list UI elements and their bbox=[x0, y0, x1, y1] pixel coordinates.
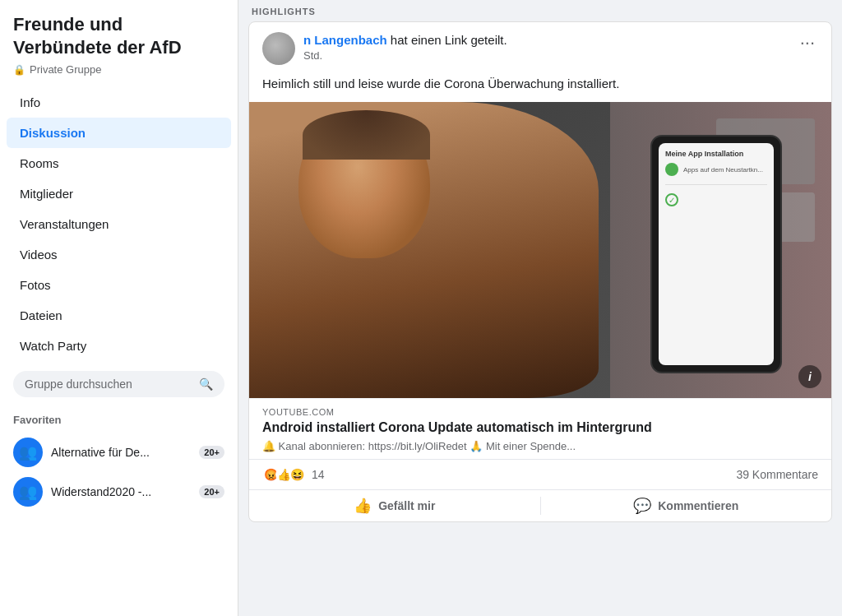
phone-screen-title: Meine App Installation bbox=[665, 150, 767, 158]
action-buttons: 👍 Gefällt mir 💬 Kommentieren bbox=[249, 489, 831, 521]
post-text: Heimlich still und leise wurde die Coron… bbox=[249, 72, 831, 102]
group-privacy: 🔒 Private Gruppe bbox=[0, 62, 238, 87]
favorite-badge-1: 20+ bbox=[199, 446, 224, 459]
sidebar-item-diskussion[interactable]: Diskussion bbox=[7, 118, 231, 148]
like-icon: 👍 bbox=[354, 497, 372, 515]
author-action: hat einen Link geteilt. bbox=[391, 33, 507, 47]
favorite-group-icon-2: 👥 bbox=[13, 477, 43, 507]
group-title: Freunde und Verbündete der AfD bbox=[0, 0, 238, 62]
link-preview: YOUTUBE.COM Android installiert Corona U… bbox=[249, 398, 831, 459]
favorites-section: Favoriten 👥 Alternative für De... 20+ 👥 … bbox=[0, 407, 238, 515]
post-image: Meine App Installation Apps auf dem Neus… bbox=[249, 102, 831, 398]
post-author: n Langenbach hat einen Link geteilt. bbox=[303, 32, 789, 49]
favorites-label: Favoriten bbox=[13, 414, 224, 426]
highlights-label: HIGHLIGHTS bbox=[238, 0, 842, 21]
favorite-label-1: Alternative für De... bbox=[51, 446, 191, 459]
sidebar: Freunde und Verbündete der AfD 🔒 Private… bbox=[0, 0, 238, 616]
link-desc: 🔔 Kanal abonnieren: https://bit.ly/OliRe… bbox=[262, 440, 818, 452]
like-label: Gefällt mir bbox=[378, 499, 435, 512]
reactions-row: 😡 👍 😆 14 39 Kommentare bbox=[249, 459, 831, 489]
post-header: n Langenbach hat einen Link geteilt. Std… bbox=[249, 22, 831, 72]
lock-icon: 🔒 bbox=[13, 64, 25, 76]
main-content: HIGHLIGHTS n Langenbach hat einen Link g… bbox=[238, 0, 842, 616]
avatar bbox=[262, 32, 295, 65]
sidebar-item-videos[interactable]: Videos bbox=[7, 239, 231, 270]
search-input[interactable] bbox=[25, 377, 192, 391]
author-name[interactable]: n Langenbach bbox=[303, 33, 387, 47]
comments-count[interactable]: 39 Kommentare bbox=[736, 468, 818, 481]
comment-icon: 💬 bbox=[633, 497, 651, 515]
phone-item-1: Apps auf dem Neustartkn... bbox=[665, 163, 767, 176]
emoji-haha: 😆 bbox=[289, 466, 305, 483]
nav-list: Info Diskussion Rooms Mitglieder Veranst… bbox=[0, 87, 238, 361]
sidebar-item-fotos[interactable]: Fotos bbox=[7, 270, 231, 300]
sidebar-item-veranstaltungen[interactable]: Veranstaltungen bbox=[7, 209, 231, 239]
more-options-button[interactable]: ··· bbox=[797, 32, 818, 53]
phone-screen: Meine App Installation Apps auf dem Neus… bbox=[659, 143, 774, 365]
phone-overlay: Meine App Installation Apps auf dem Neus… bbox=[650, 135, 782, 373]
reaction-emojis: 😡 👍 😆 14 bbox=[262, 466, 325, 483]
search-icon: 🔍 bbox=[199, 377, 213, 391]
post-meta: n Langenbach hat einen Link geteilt. Std… bbox=[303, 32, 789, 62]
sidebar-item-watchparty[interactable]: Watch Party bbox=[7, 331, 231, 361]
comment-button[interactable]: 💬 Kommentieren bbox=[541, 490, 832, 521]
favorite-item-1[interactable]: 👥 Alternative für De... 20+ bbox=[13, 433, 224, 472]
favorite-group-icon-1: 👥 bbox=[13, 438, 43, 467]
sidebar-item-dateien[interactable]: Dateien bbox=[7, 300, 231, 331]
group-type: Private Gruppe bbox=[30, 63, 101, 76]
post-image-container: Meine App Installation Apps auf dem Neus… bbox=[249, 102, 831, 398]
like-button[interactable]: 👍 Gefällt mir bbox=[249, 490, 540, 521]
reaction-count: 14 bbox=[312, 468, 325, 481]
post-card: n Langenbach hat einen Link geteilt. Std… bbox=[248, 21, 832, 522]
link-title[interactable]: Android installiert Corona Update automa… bbox=[262, 419, 818, 437]
sidebar-item-info[interactable]: Info bbox=[7, 87, 231, 118]
sidebar-item-mitglieder[interactable]: Mitglieder bbox=[7, 178, 231, 209]
link-source: YOUTUBE.COM bbox=[262, 407, 818, 417]
sidebar-item-rooms[interactable]: Rooms bbox=[7, 148, 231, 178]
favorite-badge-2: 20+ bbox=[199, 485, 224, 498]
emoji-stack: 😡 👍 😆 bbox=[262, 466, 305, 483]
phone-checkmark: ✓ bbox=[665, 193, 678, 206]
favorite-label-2: Widerstand2020 -... bbox=[51, 485, 191, 498]
info-badge[interactable]: i bbox=[798, 365, 821, 388]
favorite-item-2[interactable]: 👥 Widerstand2020 -... 20+ bbox=[13, 472, 224, 512]
phone-dot-1 bbox=[665, 163, 678, 176]
phone-item-2: ✓ bbox=[665, 193, 767, 206]
comment-label: Kommentieren bbox=[658, 499, 738, 512]
post-time: Std. bbox=[303, 49, 789, 62]
search-box[interactable]: 🔍 bbox=[13, 371, 224, 397]
